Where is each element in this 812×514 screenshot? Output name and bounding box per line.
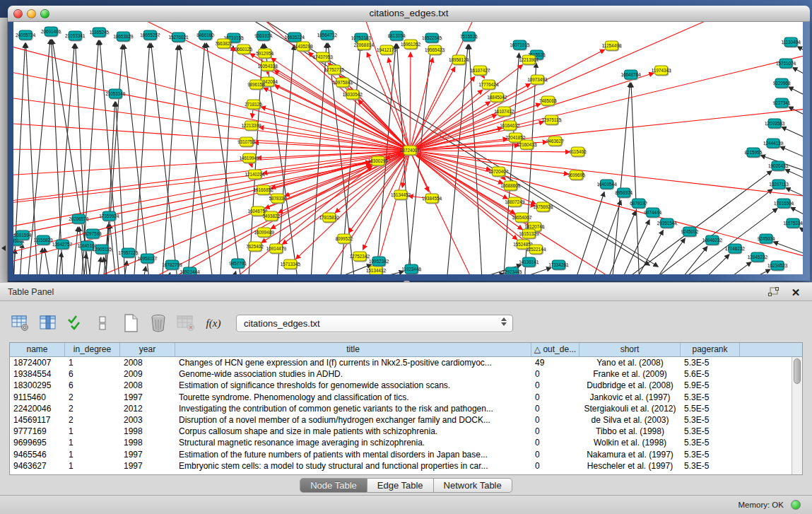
graph-node[interactable]: 7663822 <box>215 39 233 48</box>
graph-node[interactable]: 13297113 <box>769 180 789 189</box>
graph-node[interactable]: 9245032 <box>681 227 698 236</box>
graph-node[interactable]: 8099522 <box>336 234 353 243</box>
graph-node[interactable]: 10975843 <box>333 78 353 87</box>
graph-edge[interactable] <box>410 52 411 151</box>
graph-node[interactable]: 9310753 <box>237 137 255 146</box>
graph-node[interactable]: 5912954 <box>256 49 273 58</box>
tab-node-table[interactable]: Node Table <box>300 478 367 493</box>
tab-edge-table[interactable]: Edge Table <box>367 478 434 493</box>
table-row[interactable]: 969969511998Structural magnetic resonanc… <box>10 437 792 448</box>
graph-edge[interactable] <box>746 269 770 274</box>
graph-edge[interactable] <box>410 58 433 151</box>
graph-edge[interactable] <box>143 267 146 274</box>
graph-edge[interactable] <box>167 273 170 274</box>
graph-node[interactable]: 11435298 <box>293 42 313 51</box>
graph-node[interactable]: 15713345 <box>281 259 301 269</box>
graph-node[interactable]: 6879197 <box>630 199 647 208</box>
graph-node[interactable]: 16961262 <box>401 40 421 49</box>
graph-node[interactable]: 9457791 <box>229 259 247 268</box>
graph-node[interactable]: 9361924 <box>254 31 272 40</box>
graph-node[interactable]: 9391594 <box>14 230 32 240</box>
select-all-button[interactable] <box>65 313 86 334</box>
graph-node[interactable]: 16409544 <box>596 180 617 189</box>
graph-node[interactable]: 15720407 <box>488 167 509 176</box>
graph-edge[interactable] <box>789 87 803 107</box>
graph-node[interactable]: 17776424 <box>478 80 499 89</box>
graph-edge[interactable] <box>13 122 410 151</box>
graph-edge[interactable] <box>410 76 475 151</box>
graph-edge[interactable] <box>59 252 61 274</box>
graph-node[interactable]: 16054338 <box>258 62 278 71</box>
graph-edge[interactable] <box>13 149 410 151</box>
graph-edge[interactable] <box>162 45 177 274</box>
graph-node[interactable]: 18654067 <box>512 213 532 222</box>
graph-edge[interactable] <box>724 262 751 274</box>
graph-edge[interactable] <box>679 247 707 274</box>
graph-node[interactable]: 8466160 <box>196 30 214 40</box>
graph-node[interactable]: 7515526 <box>460 32 478 41</box>
graph-node[interactable]: 21053341 <box>65 31 86 40</box>
graph-edge[interactable] <box>592 200 620 274</box>
graph-node[interactable]: 10653829 <box>113 32 134 41</box>
graph-edge[interactable] <box>797 47 803 64</box>
modify-table-columns-button[interactable] <box>10 313 31 334</box>
column-header-short[interactable]: short <box>579 343 681 356</box>
graph-node[interactable]: 9699695 <box>567 170 585 180</box>
graph-node[interactable]: 10846232 <box>702 235 723 245</box>
scrollbar-thumb[interactable] <box>794 358 801 384</box>
graph-node[interactable]: 17016504 <box>774 199 794 208</box>
graph-node[interactable]: 11675334 <box>783 218 803 228</box>
column-header-name[interactable]: name <box>10 343 65 356</box>
float-panel-icon[interactable] <box>767 286 779 298</box>
graph-node[interactable]: 11923448 <box>401 264 421 274</box>
delete-table-button[interactable] <box>148 313 169 334</box>
graph-node[interactable]: 16071915 <box>510 40 530 49</box>
vertical-scrollbar[interactable] <box>792 357 802 474</box>
network-canvas[interactable]: 2405572420691406210533411186524510653829… <box>13 22 803 274</box>
graph-edge[interactable] <box>311 43 326 274</box>
graph-node[interactable]: 12444139 <box>763 139 784 148</box>
graph-node[interactable]: 11974343 <box>652 66 671 75</box>
column-header-out-de-[interactable]: △ out_de... <box>531 343 579 356</box>
graph-node[interactable]: 16107427 <box>470 66 490 75</box>
graph-node[interactable]: 9297588 <box>84 229 102 238</box>
table-row[interactable]: 977716911998Corpus callosum shape and si… <box>10 426 792 437</box>
graph-edge[interactable] <box>410 146 519 151</box>
graph-edge[interactable] <box>206 43 241 274</box>
graph-node[interactable]: 16522545 <box>422 33 442 42</box>
column-header-in-degree[interactable]: in_degree <box>65 343 120 356</box>
graph-node[interactable]: 16164612 <box>500 121 520 130</box>
graph-edge[interactable] <box>220 46 233 274</box>
column-header-title[interactable]: title <box>175 343 531 356</box>
graph-node[interactable]: 16234523 <box>767 261 788 270</box>
graph-edge[interactable] <box>187 43 204 274</box>
graph-node[interactable]: 8215955 <box>745 148 763 157</box>
graph-node[interactable]: 9329968 <box>773 78 791 88</box>
graph-edge[interactable] <box>100 40 119 274</box>
graph-node[interactable]: 9227341 <box>773 98 791 107</box>
graph-node[interactable]: 9474444 <box>644 208 661 217</box>
graph-node[interactable]: 10973493 <box>527 75 548 84</box>
graph-node[interactable]: 16914479 <box>266 244 287 253</box>
graph-edge[interactable] <box>799 228 803 245</box>
graph-node[interactable]: 29351544 <box>657 218 678 228</box>
graph-edge[interactable] <box>447 45 468 274</box>
graph-node[interactable]: 7485063 <box>539 96 557 105</box>
graph-node[interactable]: 5878334 <box>269 194 286 203</box>
table-row[interactable]: 1830029562008Estimation of significance … <box>10 380 792 391</box>
graph-node[interactable]: 10655257 <box>140 30 160 40</box>
graph-node[interactable]: 15751074 <box>776 59 796 68</box>
graph-node[interactable]: 9245034 <box>758 234 775 243</box>
graph-edge[interactable] <box>76 44 87 274</box>
table-row[interactable]: 1872400712008Changes of HCN gene express… <box>10 357 792 368</box>
graph-node[interactable]: 21053346 <box>105 89 126 98</box>
graph-edge[interactable] <box>575 192 604 274</box>
graph-node[interactable]: 10952342 <box>369 257 389 266</box>
graph-edge[interactable] <box>98 257 101 274</box>
graph-edge[interactable] <box>793 67 803 87</box>
column-header-pagerank[interactable]: pagerank <box>681 343 740 356</box>
graph-node[interactable]: 17334261 <box>548 260 569 269</box>
graph-edge[interactable] <box>635 230 664 274</box>
table-row[interactable]: 1938455462009Genome-wide association stu… <box>10 368 792 380</box>
graph-edge[interactable] <box>81 40 98 274</box>
